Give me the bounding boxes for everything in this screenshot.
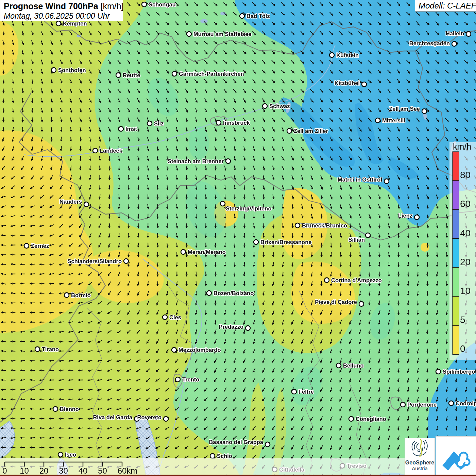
city-label: Sterzing/Vipiteno bbox=[226, 205, 271, 211]
city-marker bbox=[245, 326, 250, 330]
legend-band bbox=[453, 268, 459, 296]
city-marker bbox=[329, 53, 334, 57]
legend-band bbox=[453, 152, 459, 181]
city-marker bbox=[56, 21, 61, 26]
city-marker bbox=[64, 293, 69, 298]
wind-forecast-map-page: { "header": { "title_bold": "Prognose Wi… bbox=[0, 0, 476, 476]
city-label: Bruneck/Brunico bbox=[302, 222, 347, 228]
city-label: Bozen/Bolzano bbox=[214, 290, 254, 296]
legend-band bbox=[453, 325, 459, 354]
city-marker bbox=[292, 389, 296, 394]
city-label: Sillian bbox=[348, 237, 365, 243]
city-label: Nauders bbox=[60, 199, 82, 205]
city-marker bbox=[163, 315, 167, 320]
city-marker bbox=[324, 278, 329, 283]
scale-label: 40 bbox=[79, 466, 88, 475]
city-murnau-am-staffelsee: Murnau am Staffelsee bbox=[187, 31, 252, 37]
city-label: Spilimbergo bbox=[443, 369, 475, 375]
city-marker bbox=[401, 402, 405, 407]
city-marker bbox=[362, 82, 367, 87]
city-label: Kitzbühel bbox=[335, 80, 360, 86]
city-marker bbox=[51, 68, 56, 72]
legend-tick-label: 0 bbox=[460, 343, 465, 354]
city-marker bbox=[295, 223, 300, 228]
legend-tick-label: 5 bbox=[460, 314, 465, 325]
scale-label: 20 bbox=[39, 466, 49, 475]
city-marker bbox=[35, 347, 40, 352]
city-schwaz: Schwaz bbox=[262, 103, 290, 109]
scale-label: 10 bbox=[20, 466, 29, 475]
city-label: Landeck bbox=[100, 148, 123, 154]
city-label: Bormio bbox=[71, 292, 91, 298]
city-trento: Trento bbox=[175, 376, 199, 382]
map-canvas[interactable]: SchongauBad TölzKemptenHalleinMurnau am … bbox=[0, 0, 476, 476]
city-marker bbox=[375, 118, 380, 123]
city-berchtesgaden: Berchtesgaden bbox=[409, 40, 457, 46]
model-label-box: Modell: C-LAEF bbox=[415, 0, 476, 12]
mountain-cloud-icon bbox=[436, 437, 476, 476]
city-label: Iseo bbox=[65, 452, 76, 458]
scale-label: 60km bbox=[118, 466, 138, 475]
city-label: Brixen/Bressanone bbox=[260, 239, 311, 245]
city-marker bbox=[164, 417, 168, 421]
city-label: Schlanders/Silandro bbox=[67, 258, 122, 264]
city-reutte: Reutte bbox=[116, 72, 140, 78]
city-marker bbox=[265, 442, 270, 447]
model-label: Modell: C-LAEF bbox=[419, 1, 476, 10]
city-label: Zernez bbox=[31, 243, 49, 249]
city-marker bbox=[436, 369, 441, 374]
city-marker bbox=[93, 148, 98, 153]
city-feltre: Feltre bbox=[292, 389, 314, 395]
city-label: Riva del Garda bbox=[93, 414, 132, 420]
city-marker bbox=[216, 120, 221, 125]
city-label: Matrei in Osttirol bbox=[338, 176, 382, 183]
city-label: Mittersill bbox=[382, 117, 405, 123]
city-marker bbox=[466, 32, 471, 36]
city-brixen-bressanone: Brixen/Bressanone bbox=[254, 239, 311, 245]
legend-band bbox=[453, 296, 459, 325]
city-silz: Silz bbox=[147, 120, 164, 126]
city-label: Imst bbox=[125, 126, 137, 132]
title-text: Prognose Wind 700hPa bbox=[4, 1, 98, 11]
city-meran-merano: Meran/Merano bbox=[181, 249, 226, 255]
city-bozen-bolzano: Bozen/Bolzano bbox=[207, 290, 254, 296]
city-label: Bienno bbox=[60, 406, 79, 412]
city-marker bbox=[254, 240, 258, 244]
city-label: Codroipo bbox=[456, 400, 476, 406]
city-marker bbox=[240, 14, 244, 18]
city-marker bbox=[181, 250, 186, 254]
legend-tick-label: 40 bbox=[460, 228, 471, 238]
city-label: Schwaz bbox=[269, 103, 290, 109]
city-label: Pordenone bbox=[407, 402, 437, 408]
city-marker bbox=[359, 302, 364, 306]
city-marker bbox=[187, 32, 191, 36]
city-marker bbox=[119, 126, 123, 131]
city-mezzolombardo: Mezzolombardo bbox=[172, 347, 221, 353]
city-marker bbox=[414, 215, 419, 220]
city-label: Bad Tölz bbox=[247, 13, 270, 19]
legend-tick-label: 60 bbox=[460, 199, 471, 209]
city-label: Feltre bbox=[299, 389, 314, 395]
legend-band bbox=[453, 239, 459, 268]
geosphere-logo: GeoSphere Austria bbox=[405, 438, 435, 476]
legend-tick-label: 20 bbox=[460, 257, 471, 267]
city-zernez: Zernez bbox=[24, 243, 49, 249]
city-marker bbox=[207, 291, 211, 295]
legend-tick-label: 80 bbox=[460, 170, 471, 180]
legend-band bbox=[453, 209, 459, 238]
city-marker bbox=[384, 179, 389, 184]
city-label: Mezzolombardo bbox=[178, 347, 221, 353]
city-marker bbox=[175, 377, 180, 382]
city-steinach-am-brenner: Steinach am Brenner bbox=[168, 158, 231, 164]
city-marker bbox=[124, 259, 129, 264]
city-label: Hallein bbox=[446, 30, 464, 36]
city-cles: Cles bbox=[163, 314, 181, 320]
city-schlanders-silandro: Schlanders/Silandro bbox=[67, 258, 129, 264]
city-marker bbox=[349, 417, 354, 421]
city-bienno: Bienno bbox=[53, 406, 79, 412]
city-label: Cles bbox=[169, 314, 181, 320]
city-marker bbox=[220, 201, 225, 206]
legend-colorbar: km/h806040201050 bbox=[449, 142, 476, 360]
title-box: Prognose Wind 700hPa [km/h] Montag, 30.0… bbox=[0, 0, 123, 21]
city-marker bbox=[53, 407, 58, 411]
